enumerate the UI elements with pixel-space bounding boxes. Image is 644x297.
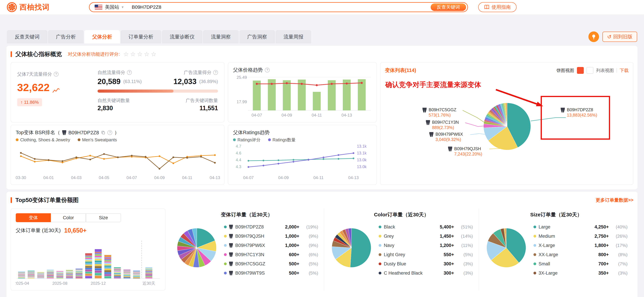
guide-button[interactable]: 使用指南 [478, 2, 516, 12]
traffic-score-right: 自然流量得分 ? 广告流量得分 ? 20,589 [98, 69, 218, 116]
legend-item[interactable]: XX-Large800+(8%) [534, 251, 628, 258]
legend-item[interactable]: C Heathered Black300+(3%) [379, 270, 473, 277]
svg-text:4.6: 4.6 [236, 151, 241, 155]
help-icon[interactable]: ? [265, 68, 270, 72]
rating-star[interactable]: ☆ [123, 51, 129, 57]
tab-流量洞察[interactable]: 流量洞察 [203, 30, 239, 43]
legend-item[interactable]: Grey1,450+(14%) [379, 233, 473, 240]
svg-text:4.7: 4.7 [236, 144, 241, 148]
back-to-old-label: 回到旧版 [613, 33, 632, 40]
logo-icon [7, 2, 17, 12]
back-to-old-button[interactable]: ↺ 回到旧版 [602, 32, 637, 42]
order-chart-col-2: Size订单量（近30天）Large4,250+(40%)Medium2,750… [479, 209, 634, 291]
legend-item[interactable]: Navy1,200+(11%) [379, 242, 473, 249]
search-input[interactable] [132, 4, 468, 10]
order-chart-title: Color订单量（近30天） [330, 211, 473, 218]
legend-dot [379, 226, 381, 228]
svg-text:889(2.73%): 889(2.73%) [432, 125, 454, 130]
legend-item[interactable]: B09H7DP2Z82,000+(19%) [224, 223, 318, 231]
order-chart-col-1: Color订单量（近30天）Black5,400+(51%)Grey1,450+… [324, 209, 478, 291]
list-view-toggle[interactable] [586, 67, 593, 74]
toggle-Size[interactable]: Size [86, 213, 121, 222]
help-icon[interactable]: ? [54, 72, 58, 76]
toggle-变体[interactable]: 变体 [16, 213, 51, 222]
legend-dot [379, 263, 381, 265]
legend-pct: (5%) [456, 252, 473, 257]
help-icon[interactable]: ? [108, 130, 112, 135]
price-trend-card: 父体价格趋势 ? 25.4917.9904-0704-0904-1104-13 [228, 62, 377, 122]
tab-父体分析[interactable]: 父体分析 [84, 30, 120, 43]
list-view-link[interactable]: 列表视图 [596, 67, 614, 73]
help-icon[interactable]: ? [213, 70, 218, 75]
legend-item[interactable]: B09H7C5GGZ500+(5%) [224, 260, 318, 268]
site-selector[interactable]: 美国站 ▾ [94, 4, 132, 10]
search-box: 美国站 ▾ 反查关键词 [89, 2, 468, 12]
tab-广告洞察[interactable]: 广告洞察 [239, 30, 275, 43]
rating-star[interactable]: ☆ [130, 51, 136, 57]
trend-icon [52, 88, 60, 93]
legend-name: B09H79WT9S [235, 271, 286, 276]
rating-star[interactable]: ☆ [151, 51, 156, 57]
order-legend: Large4,250+(40%)Medium2,750+(26%)X-Large… [534, 223, 628, 277]
legend-item[interactable]: B09H7C1Y3N600+(6%) [224, 251, 318, 258]
rating-star[interactable]: ☆ [144, 51, 149, 57]
orders-title: Top50变体订单量份额图 [16, 196, 79, 204]
legend-label: Ratings评分 [238, 137, 260, 143]
legend-name: B09H7C1Y3N [235, 252, 286, 257]
delta-badge: ↑ 11.86% [17, 98, 42, 106]
rating-star[interactable]: ☆ [137, 51, 142, 57]
legend-name: Large [538, 224, 592, 230]
legend-item[interactable]: X-Large1,800+(17%) [534, 242, 628, 249]
legend-dot [379, 244, 381, 247]
order-pie-chart [175, 226, 218, 269]
legend-name: B09H7DP2Z8 [235, 224, 283, 230]
legend-dot [379, 253, 381, 256]
pie-view-toggle[interactable] [577, 67, 584, 74]
tab-订单量分析[interactable]: 订单量分析 [120, 30, 161, 43]
bsr-chart: 03-3004-0104-0304-0504-0704-0904-1104-13 [16, 144, 220, 180]
order-chart-title: 变体订单量（近30天） [175, 211, 318, 218]
legend-item[interactable]: B09H79WT9S500+(5%) [224, 270, 318, 277]
svg-text:04-11: 04-11 [312, 113, 322, 117]
order-pie-chart [485, 226, 528, 269]
legend-value: 4,250+ [594, 224, 609, 230]
reverse-lookup-button[interactable]: 反查关键词 [431, 3, 466, 11]
legend-item[interactable]: Men's Sweatpants [78, 137, 117, 142]
legend-value: 800+ [598, 252, 609, 257]
copy-icon[interactable] [101, 130, 106, 135]
orders-body: 变体ColorSize 父体订单量 (近30天) 10,650+ 2025-04… [10, 209, 634, 291]
legend-name: 3X-Large [538, 271, 596, 276]
legend-item[interactable]: Light Grey550+(5%) [379, 251, 473, 258]
product-thumb-icon [229, 271, 233, 275]
legend-item[interactable]: Medium2,750+(26%) [534, 233, 628, 240]
legend-item[interactable]: B09H79PW6X1,000+(9%) [224, 242, 318, 249]
legend-item[interactable]: Small700+(7%) [534, 260, 628, 268]
tip-bulb-button[interactable] [588, 31, 599, 42]
help-icon[interactable]: ? [127, 70, 132, 75]
legend-item[interactable]: Large4,250+(40%) [534, 223, 628, 231]
guide-button-label: 使用指南 [492, 4, 511, 10]
legend-item[interactable]: Ratings数量 [268, 137, 296, 143]
legend-item[interactable]: 3X-Large350+(3%) [534, 270, 628, 277]
more-orders-link[interactable]: 更多订单量数据>> [596, 197, 634, 203]
natural-kw-label: 自然关键词数量 [98, 97, 130, 104]
natural-kw-value: 2,830 [98, 105, 113, 112]
legend-name: Grey [384, 234, 437, 239]
logo[interactable]: 西柚找词 [7, 2, 50, 12]
legend-value: 1,000+ [285, 234, 299, 239]
legend-item[interactable]: Clothing, Shoes & Jewelry [16, 137, 70, 142]
tab-流量周报[interactable]: 流量周报 [276, 30, 311, 43]
tab-反查关键词[interactable]: 反查关键词 [7, 30, 48, 43]
legend-item[interactable]: Black5,400+(51%) [379, 223, 473, 231]
legend-item[interactable]: B09H79QJSH1,000+(9%) [224, 233, 318, 240]
download-link[interactable]: 下载 [620, 67, 628, 73]
bsr-title-prefix: Top变体 BSR排名（ [16, 129, 60, 136]
legend-item[interactable]: Dusty Blue300+(3%) [379, 260, 473, 268]
toggle-Color[interactable]: Color [51, 213, 86, 222]
tab-广告分析[interactable]: 广告分析 [48, 30, 84, 43]
svg-text:03-30: 03-30 [16, 175, 26, 180]
legend-dot [379, 235, 381, 238]
tab-流量诊断仪[interactable]: 流量诊断仪 [162, 30, 202, 43]
svg-text:04-13: 04-13 [210, 175, 220, 180]
legend-item[interactable]: Ratings评分 [233, 137, 260, 143]
